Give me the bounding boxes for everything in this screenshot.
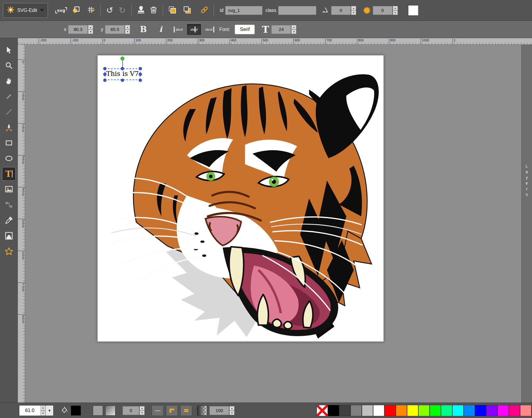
palette-color-swatch[interactable] [497, 405, 509, 416]
element-id-input[interactable] [225, 6, 262, 15]
selection-handle-n[interactable] [121, 67, 124, 70]
selection-handle-s[interactable] [121, 79, 124, 82]
toolbar-separator [132, 4, 132, 16]
eyedropper-tool[interactable] [2, 213, 16, 227]
select-tool[interactable] [2, 43, 16, 57]
palette-color-swatch[interactable] [339, 405, 351, 416]
zoom-spinner[interactable] [40, 405, 46, 416]
palette-color-swatch[interactable] [464, 405, 475, 416]
stroke-linecap-button[interactable] [180, 405, 192, 416]
blur-icon [363, 7, 370, 14]
move-to-bottom-button[interactable] [181, 4, 193, 17]
selection-handle-sw[interactable] [103, 79, 107, 82]
stroke-width-spinner[interactable] [140, 406, 145, 415]
trash-icon [149, 6, 158, 15]
image-tool[interactable] [2, 183, 16, 196]
hruler-label: 300 [198, 38, 204, 44]
pan-tool[interactable] [2, 74, 16, 88]
angle-input[interactable] [331, 6, 351, 15]
select-arrow-icon [5, 46, 13, 54]
main-menu-button[interactable]: SVG-Edit [3, 3, 48, 18]
y-position-input[interactable] [105, 25, 125, 34]
image-icon [4, 185, 13, 194]
opacity-spinner[interactable] [229, 406, 234, 415]
stroke-color-button[interactable] [93, 405, 103, 416]
palette-color-swatch[interactable] [430, 405, 441, 416]
edit-source-button[interactable]: svg [55, 4, 68, 17]
stroke-dash-button[interactable]: — [152, 405, 164, 416]
rect-tool[interactable] [2, 136, 16, 150]
palette-color-swatch[interactable] [475, 405, 486, 416]
rotate-handle[interactable] [121, 57, 124, 60]
selection-handle-e[interactable] [139, 73, 142, 76]
undo-icon: ↺ [106, 6, 113, 15]
palette-color-swatch[interactable] [452, 405, 464, 416]
palette-color-swatch[interactable] [509, 405, 520, 416]
palette-color-swatch[interactable] [396, 405, 407, 416]
document-properties-button[interactable] [70, 4, 82, 17]
font-size-input[interactable] [271, 25, 291, 34]
font-size-spinner[interactable] [291, 25, 296, 34]
text-anchor-start-button[interactable]: abcd [172, 24, 186, 35]
gradient-swatch[interactable] [105, 405, 115, 416]
opacity-input[interactable] [209, 406, 229, 415]
connector-tool[interactable] [2, 198, 16, 212]
palette-color-swatch[interactable] [520, 405, 531, 416]
text-tool[interactable]: T [2, 167, 16, 181]
element-class-input[interactable] [278, 6, 316, 15]
fill-color-button[interactable] [71, 405, 81, 416]
clone-element-button[interactable] [135, 4, 147, 17]
stroke-width-input[interactable] [123, 406, 139, 415]
shape-library-tool[interactable] [2, 244, 16, 258]
x-position-input[interactable] [68, 25, 88, 34]
pencil-tool[interactable] [2, 90, 16, 103]
path-tool[interactable] [2, 121, 16, 134]
palette-color-swatch[interactable] [351, 405, 362, 416]
palette-color-swatch[interactable] [486, 405, 497, 416]
layers-panel-strip: Layers [521, 45, 532, 403]
selection-handle-ne[interactable] [139, 67, 142, 70]
palette-color-swatch[interactable] [373, 405, 384, 416]
editor-preferences-button[interactable] [85, 4, 97, 17]
move-to-top-button[interactable] [166, 4, 179, 17]
zoom-input[interactable] [19, 405, 40, 416]
text-anchor-middle-button[interactable]: abcd [187, 24, 201, 35]
stroke-linejoin-button[interactable] [166, 405, 178, 416]
palette-color-swatch[interactable] [362, 405, 373, 416]
blur-input[interactable] [373, 6, 392, 15]
hruler-label: 500 [262, 38, 268, 44]
angle-spinner[interactable] [351, 6, 356, 15]
editor-background-tool[interactable] [2, 229, 16, 243]
layers-tab[interactable]: Layers [525, 164, 529, 198]
italic-button[interactable]: i [154, 24, 167, 35]
selection-handle-w[interactable] [103, 73, 107, 76]
selection-handle-se[interactable] [139, 79, 142, 82]
zoom-tool[interactable] [2, 59, 16, 72]
zoom-dropdown-button[interactable] [46, 405, 53, 416]
line-tool[interactable] [2, 105, 16, 119]
blur-spinner[interactable] [393, 6, 398, 15]
y-spinner[interactable] [125, 25, 130, 34]
redo-button[interactable]: ↻ [116, 4, 129, 17]
palette-none-swatch[interactable] [317, 405, 328, 416]
palette-color-swatch[interactable] [407, 405, 418, 416]
make-link-button[interactable] [198, 4, 211, 17]
palette-color-swatch[interactable] [418, 405, 430, 416]
delete-element-button[interactable] [147, 4, 160, 17]
palette-color-swatch[interactable] [328, 405, 339, 416]
svg-canvas[interactable]: This is V7 [97, 55, 384, 342]
vruler-label: 500 [18, 219, 25, 228]
selection-handle-nw[interactable] [103, 67, 107, 70]
fill-color-swatch[interactable] [408, 5, 419, 16]
text-anchor-end-button[interactable]: abcd [202, 24, 216, 35]
ellipse-tool[interactable] [2, 152, 16, 165]
bold-button[interactable]: B [137, 24, 150, 35]
tiger-artwork[interactable] [98, 55, 384, 341]
opacity-gradient-swatch[interactable] [197, 405, 207, 416]
undo-button[interactable]: ↺ [104, 4, 116, 17]
x-spinner[interactable] [88, 25, 93, 34]
font-family-button[interactable]: Serif [235, 25, 255, 34]
workspace[interactable]: This is V7 [25, 45, 532, 403]
palette-color-swatch[interactable] [441, 405, 452, 416]
palette-color-swatch[interactable] [384, 405, 396, 416]
